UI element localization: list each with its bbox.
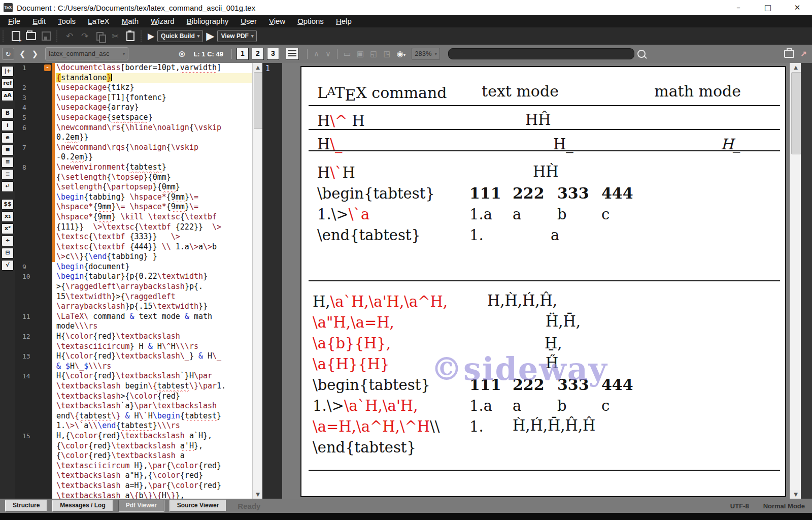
save-button[interactable] (40, 30, 53, 42)
view-pdf-dropdown[interactable]: View PDF ▾ (217, 30, 257, 42)
paste-button[interactable] (124, 30, 137, 42)
code-line: \usepackage{tikz} (55, 83, 252, 93)
presentation-button[interactable]: ◉▾ (397, 49, 406, 58)
previous-page-button[interactable]: ∧ (314, 49, 319, 58)
pdf-page-margin: 1 (262, 63, 282, 499)
line-number (15, 212, 52, 222)
fit-page-button[interactable]: ▣ (357, 49, 364, 58)
menu-user[interactable]: User (234, 15, 263, 27)
editor-scrollbar[interactable]: ▲ ▼ (252, 63, 263, 499)
current-file-label: latex_command_asc (49, 48, 109, 59)
print-button[interactable] (784, 50, 794, 58)
line-number: 7 (15, 143, 52, 153)
ref-icon[interactable]: ref (2, 78, 14, 89)
source-viewer-button[interactable]: Source Viewer (170, 500, 227, 512)
undo-button[interactable]: ↶ (63, 30, 76, 42)
scroll-down-icon[interactable]: ▼ (790, 490, 801, 499)
run-view-pdf-button[interactable]: ▶ (206, 30, 214, 42)
pdf-viewer[interactable]: LATEX command text mode math mode H\^ H … (282, 63, 790, 499)
mode-label: Normal Mode (763, 502, 805, 510)
run-quick-build-button[interactable]: ▶ (148, 31, 154, 42)
pdf-search-input[interactable] (448, 48, 634, 59)
scrollbar-thumb[interactable] (791, 72, 801, 154)
insert-block-icon[interactable]: |+ (2, 66, 14, 77)
messages-log-button[interactable]: Messages / Log (52, 500, 113, 512)
division-icon[interactable]: ÷ (2, 236, 14, 246)
redo-button[interactable]: ↷ (78, 30, 91, 42)
align-right-icon[interactable]: ≡ (2, 169, 14, 180)
scroll-down-icon[interactable]: ▼ (253, 490, 263, 499)
maximize-button[interactable]: □ (753, 0, 783, 15)
editor-row: end\{tabtest\} & H\`H\begin{tabtest} (15, 411, 252, 421)
sqrt-icon[interactable]: √ (2, 260, 14, 271)
menu-wizard[interactable]: Wizard (145, 15, 181, 27)
editor-row: 3\usepackage[T1]{fontenc} (15, 93, 252, 103)
pdf-viewer-button[interactable]: Pdf Viewer (118, 500, 164, 512)
editor-row: \textbackslash a=H},\par{\color{red} (15, 481, 252, 491)
menu-bibliography[interactable]: Bibliography (181, 15, 235, 27)
menu-view[interactable]: View (263, 15, 291, 27)
bold-icon[interactable]: B (2, 108, 14, 119)
scroll-up-icon[interactable]: ▲ (253, 63, 263, 72)
fit-width-button[interactable]: ▭ (344, 49, 351, 58)
source-editor[interactable]: 1-\documentclass[border=10pt,varwidth]{s… (15, 63, 252, 499)
menu-math[interactable]: Math (116, 15, 145, 27)
align-center-icon[interactable]: ≡ (2, 157, 14, 168)
sync-button[interactable]: ↻ (2, 48, 14, 60)
search-icon[interactable] (637, 50, 646, 58)
log-panel-button[interactable] (286, 48, 299, 60)
page-2-button[interactable]: 2 (252, 48, 264, 60)
menu-options[interactable]: Options (291, 15, 330, 27)
subscript-icon[interactable]: x₂ (2, 211, 14, 222)
align-left-icon[interactable]: ≡ (2, 145, 14, 155)
zoom-out-button[interactable]: ◳ (383, 49, 390, 58)
font-size-icon[interactable]: ᴀA (2, 90, 14, 101)
newline-icon[interactable]: ↵ (2, 181, 14, 192)
page-3-button[interactable]: 3 (267, 48, 279, 60)
superscript-icon[interactable]: x² (2, 223, 14, 234)
italic-icon[interactable]: i (2, 120, 14, 131)
menu-latex[interactable]: LaTeX (82, 15, 116, 27)
zoom-level-dropdown[interactable]: 283% ▾ (412, 48, 440, 60)
back-button[interactable]: ❮ (19, 49, 26, 58)
math-mode-icon[interactable]: $$ (2, 199, 14, 210)
quick-build-dropdown[interactable]: Quick Build ▾ (157, 30, 203, 42)
line-number (15, 192, 52, 203)
structure-panel-button[interactable]: Structure (5, 500, 47, 512)
cut-button[interactable]: ✂ (109, 30, 122, 42)
external-viewer-button[interactable]: ↗ (800, 49, 807, 58)
editor-row: \textbackslash`a}\par\textbackslash (15, 401, 252, 411)
menu-tools[interactable]: Tools (52, 15, 82, 27)
next-page-button[interactable]: ∨ (325, 49, 331, 58)
fold-marker-icon[interactable]: - (44, 64, 51, 71)
line-number (15, 421, 52, 431)
line-number (15, 173, 52, 183)
scroll-up-icon[interactable]: ▲ (790, 63, 801, 72)
new-document-button[interactable] (9, 30, 22, 42)
menu-file[interactable]: File (2, 15, 26, 27)
zoom-in-button[interactable]: ◱ (370, 49, 377, 58)
stop-button[interactable]: ⊗ (178, 49, 185, 59)
menu-edit[interactable]: Edit (26, 15, 52, 27)
minimize-button[interactable]: – (724, 0, 753, 15)
toolbar-grip[interactable] (3, 30, 6, 42)
open-file-dropdown[interactable]: latex_command_asc ▾ (45, 47, 128, 60)
line-number (15, 242, 52, 252)
pdf-scrollbar[interactable]: ▲ ▼ (790, 63, 801, 499)
close-button[interactable]: ✕ (783, 0, 812, 15)
toolbar-grip[interactable] (141, 30, 144, 42)
pdf-rule (309, 105, 780, 106)
line-number (15, 202, 52, 212)
menu-help[interactable]: Help (330, 15, 358, 27)
fraction-icon[interactable]: ⊟ (2, 248, 14, 258)
copy-button[interactable] (93, 30, 107, 42)
emph-icon[interactable]: e (2, 133, 14, 143)
open-file-button[interactable] (24, 30, 38, 42)
scrollbar-thumb[interactable] (254, 72, 263, 129)
code-line: \>c\\}{\end{tabbing} } (55, 252, 252, 262)
status-message: Ready (238, 502, 260, 510)
forward-button[interactable]: ❯ (32, 49, 39, 58)
toolbar-grip[interactable] (56, 30, 59, 42)
editor-row: 7\newcommand\rqs{\noalign{\vskip (15, 143, 252, 153)
page-1-button[interactable]: 1 (236, 48, 249, 60)
